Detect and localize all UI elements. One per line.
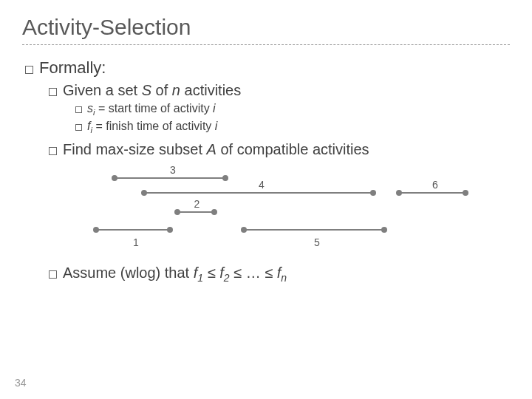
interval-1 — [96, 229, 170, 231]
given-text: Given a set S of n activities — [63, 82, 241, 99]
interval-5 — [244, 229, 384, 231]
bullet-assume: Assume (wlog) that f1 ≤ f2 ≤ … ≤ fn — [49, 265, 510, 284]
slide-title: Activity-Selection — [22, 15, 510, 40]
bullet-fi: fi = finish time of activity i — [75, 118, 510, 136]
bullet-find: Find max-size subset A of compatible act… — [49, 141, 510, 158]
fi-text: fi = finish time of activity i — [87, 118, 217, 136]
si-text: si = start time of activity i — [87, 100, 216, 118]
interval-label-3: 3 — [170, 164, 176, 176]
bullet-formally: Formally: — [25, 58, 510, 78]
interval-label-2: 2 — [194, 198, 200, 210]
interval-diagram: 123456 — [96, 168, 466, 250]
bullet-icon — [75, 106, 82, 113]
bullet-icon — [49, 88, 57, 96]
interval-4 — [144, 192, 373, 194]
interval-3 — [115, 177, 225, 179]
interval-label-1: 1 — [133, 236, 139, 248]
interval-label-4: 4 — [259, 179, 265, 191]
bullet-icon — [49, 270, 57, 279]
title-divider — [22, 44, 510, 45]
bullet-si: si = start time of activity i — [75, 100, 510, 118]
formally-label: Formally: — [39, 58, 106, 78]
slide: Activity-Selection Formally: Given a set… — [0, 0, 532, 284]
page-number: 34 — [15, 377, 27, 389]
find-text: Find max-size subset A of compatible act… — [63, 141, 369, 158]
interval-label-6: 6 — [432, 179, 438, 191]
bullet-icon — [49, 147, 57, 155]
interval-2 — [177, 211, 214, 213]
interval-6 — [399, 192, 466, 194]
bullet-icon — [75, 124, 82, 131]
bullet-icon — [25, 66, 33, 74]
interval-label-5: 5 — [314, 236, 320, 248]
assume-text: Assume (wlog) that f1 ≤ f2 ≤ … ≤ fn — [63, 265, 287, 284]
bullet-given: Given a set S of n activities — [49, 82, 510, 99]
